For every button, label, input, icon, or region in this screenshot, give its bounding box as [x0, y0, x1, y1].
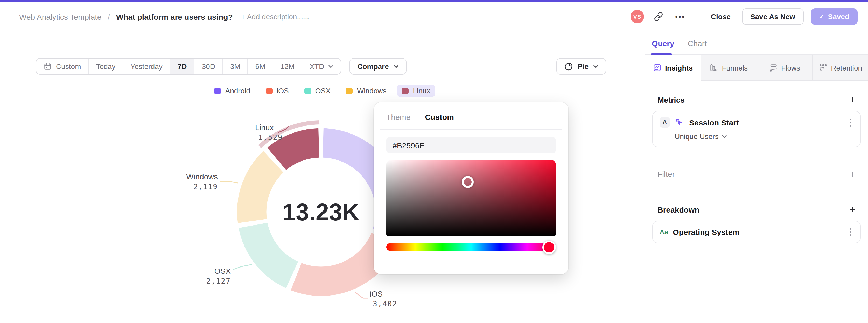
saturation-cursor[interactable]	[462, 176, 474, 188]
legend-label: iOS	[277, 87, 289, 95]
legend-swatch	[266, 87, 273, 94]
header-bar: Web Analytics Template / What platform a…	[0, 2, 868, 32]
donut-center-total: 13.23K	[283, 199, 360, 225]
hex-color-input[interactable]	[386, 137, 556, 154]
slice-label-linux: Linux	[255, 123, 274, 132]
active-tab-underline	[651, 54, 672, 56]
saved-button[interactable]: ✓ Saved	[811, 8, 858, 25]
slice-value-ios: 3,402	[373, 300, 397, 308]
saturation-gradient-area[interactable]	[386, 160, 556, 236]
insight-mode-tabs: InsightsFunnelsFlowsRetention	[645, 55, 868, 81]
page-title[interactable]: What platform are users using?	[116, 12, 233, 21]
pie-slice-osx[interactable]	[238, 222, 299, 289]
legend-swatch	[346, 87, 353, 94]
metric-aggregation-dropdown[interactable]: Unique Users	[675, 132, 854, 140]
tab-theme[interactable]: Theme	[386, 112, 410, 121]
slice-label-ios: iOS	[370, 290, 383, 298]
header-actions: VS ••• Close Save As New ✓ Saved	[630, 8, 858, 25]
app-window: Web Analytics Template / What platform a…	[0, 0, 868, 323]
legend-item-linux[interactable]: Linux	[398, 85, 435, 97]
add-description-button[interactable]: + Add description......	[241, 12, 309, 21]
legend-item-ios[interactable]: iOS	[261, 85, 293, 97]
breadcrumb-separator: /	[107, 12, 110, 21]
header-divider	[697, 11, 698, 22]
color-picker-tabs: Theme Custom	[386, 112, 556, 121]
color-picker-popup: Theme Custom	[374, 102, 568, 274]
share-link-button[interactable]	[651, 9, 666, 24]
brand-top-strip	[0, 0, 868, 2]
metric-title: Session Start	[689, 118, 739, 127]
series-badge: A	[659, 117, 670, 128]
save-as-new-button[interactable]: Save As New	[742, 8, 803, 25]
breakdown-heading: Breakdown	[657, 205, 700, 214]
avatar[interactable]: VS	[630, 10, 644, 23]
mode-tab-funnels[interactable]: Funnels	[701, 55, 756, 81]
metric-aggregation-label: Unique Users	[675, 132, 719, 140]
legend-swatch	[304, 87, 311, 94]
mode-tab-retention[interactable]: Retention	[812, 55, 868, 81]
slice-value-linux: 1,529	[258, 133, 283, 142]
add-metric-button[interactable]: +	[850, 95, 856, 105]
insight-canvas: CustomTodayYesterday7D30D3M6M12MXTD Comp…	[0, 32, 645, 323]
legend-item-osx[interactable]: OSX	[300, 85, 335, 97]
legend-item-windows[interactable]: Windows	[341, 85, 391, 97]
picker-divider	[380, 129, 562, 130]
slice-label-windows: Windows	[186, 172, 218, 181]
sidebar-tabs: Query Chart	[645, 32, 868, 55]
chart-legend: AndroidiOSOSXWindowsLinux	[0, 85, 645, 97]
legend-swatch	[402, 87, 409, 94]
filter-header: Filter +	[652, 169, 861, 179]
slice-label-osx: OSX	[214, 267, 231, 275]
chevron-down-icon	[722, 134, 727, 138]
legend-label: Linux	[413, 87, 430, 95]
tab-chart[interactable]: Chart	[688, 39, 707, 48]
string-property-icon: Aa	[659, 228, 668, 236]
close-button[interactable]: Close	[707, 9, 735, 24]
breakdown-kebab-menu[interactable]	[848, 227, 854, 237]
legend-label: Windows	[357, 87, 386, 95]
query-sidebar: Query Chart InsightsFunnelsFlowsRetentio…	[645, 32, 868, 323]
add-breakdown-button[interactable]: +	[850, 205, 856, 215]
autocapture-event-icon	[675, 118, 684, 127]
funnels-icon	[709, 63, 718, 72]
label-connector-osx	[233, 264, 252, 269]
breakdown-title: Operating System	[673, 228, 739, 236]
hue-slider[interactable]	[386, 243, 556, 251]
saved-button-label: Saved	[828, 12, 849, 21]
flows-icon	[769, 63, 777, 72]
retention-icon	[818, 63, 827, 72]
metrics-heading: Metrics	[657, 95, 685, 104]
metrics-section: Metrics + A Session Start Unique Users	[645, 95, 868, 243]
mode-tab-flows[interactable]: Flows	[756, 55, 812, 81]
add-filter-button[interactable]: +	[850, 169, 856, 179]
link-icon	[654, 12, 663, 21]
tab-query[interactable]: Query	[652, 39, 674, 48]
breadcrumb-root[interactable]: Web Analytics Template	[19, 12, 101, 21]
breakdown-header: Breakdown +	[652, 205, 861, 215]
legend-label: Android	[225, 87, 250, 95]
label-connector-windows	[220, 182, 238, 183]
check-icon: ✓	[819, 13, 824, 20]
more-options-button[interactable]: •••	[673, 9, 687, 24]
insights-icon	[653, 63, 661, 72]
legend-label: OSX	[315, 87, 331, 95]
label-connector-ios	[355, 292, 368, 298]
breakdown-card[interactable]: Aa Operating System	[652, 221, 861, 243]
mode-tab-insights[interactable]: Insights	[645, 55, 701, 81]
legend-swatch	[214, 87, 221, 94]
slice-value-windows: 2,119	[193, 183, 218, 191]
legend-item-android[interactable]: Android	[210, 85, 255, 97]
slice-value-osx: 2,127	[206, 277, 231, 285]
metrics-header: Metrics +	[652, 95, 861, 105]
tab-custom[interactable]: Custom	[425, 112, 454, 121]
hue-slider-handle[interactable]	[542, 240, 556, 254]
metric-kebab-menu[interactable]	[848, 118, 854, 127]
ellipsis-icon: •••	[675, 13, 685, 21]
filter-heading: Filter	[657, 169, 675, 179]
metric-card[interactable]: A Session Start Unique Users	[652, 111, 861, 147]
